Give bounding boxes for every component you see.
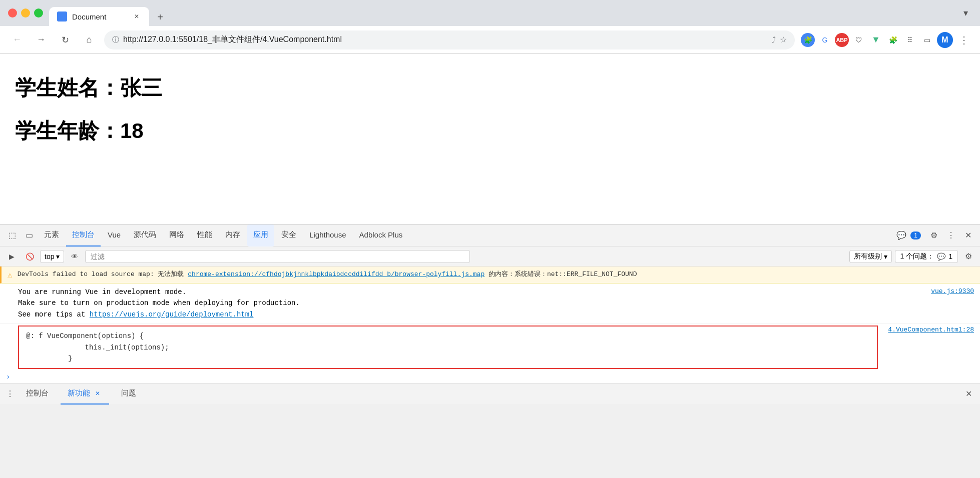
warning-text: DevTools failed to load source map: 无法加载… bbox=[18, 270, 974, 280]
extension-abp-icon[interactable]: ABP bbox=[835, 33, 849, 47]
title-bar: Document ✕ + ▾ bbox=[0, 0, 980, 26]
url-bar[interactable]: ⓘ http://127.0.0.1:5501/18_非单文件组件/4.VueC… bbox=[104, 30, 795, 50]
close-window-button[interactable] bbox=[8, 8, 17, 18]
devtools-bottom-bar: ⋮ 控制台 新功能 ✕ 问题 ✕ bbox=[0, 383, 980, 404]
address-bar: ← → ↻ ⌂ ⓘ http://127.0.0.1:5501/18_非单文件组… bbox=[0, 26, 980, 54]
devtools-tab-security[interactable]: 安全 bbox=[275, 224, 302, 246]
prompt-arrow-icon: › bbox=[6, 373, 10, 381]
url-info-icon: ⓘ bbox=[112, 36, 119, 44]
issues-badge[interactable]: 1 个问题： 💬 1 bbox=[895, 250, 958, 263]
console-error-row: @: f VueComponent(options) { this._init(… bbox=[0, 324, 980, 371]
extension-menu-icon[interactable]: ⠿ bbox=[903, 33, 917, 47]
new-tab-button[interactable]: + bbox=[151, 8, 169, 26]
filter-input[interactable] bbox=[85, 250, 469, 263]
devtools-inspect-button[interactable]: ⬚ bbox=[4, 228, 20, 244]
bottom-tab-close-button[interactable]: ✕ bbox=[93, 389, 102, 398]
minimize-window-button[interactable] bbox=[21, 8, 30, 18]
forward-button[interactable]: → bbox=[32, 31, 50, 49]
error-code-box: @: f VueComponent(options) { this._init(… bbox=[18, 326, 878, 369]
issues-msg-icon: 💬 bbox=[937, 252, 945, 260]
browser-tab-active[interactable]: Document ✕ bbox=[49, 7, 149, 26]
bottom-tab-new-features[interactable]: 新功能 ✕ bbox=[61, 384, 109, 404]
devtools-tab-application[interactable]: 应用 bbox=[247, 224, 274, 246]
devtools-tab-network[interactable]: 网络 bbox=[163, 224, 190, 246]
devtools-tab-adblock[interactable]: Adblock Plus bbox=[353, 224, 409, 246]
tab-favicon bbox=[57, 12, 67, 22]
title-bar-right: ▾ bbox=[959, 6, 972, 20]
extensions-area: 🧩 G ABP 🛡 ▼ 🧩 ⠿ ▭ M ⋮ bbox=[801, 32, 972, 48]
devtools-tab-console[interactable]: 控制台 bbox=[66, 224, 101, 246]
devtools-close-button[interactable]: ✕ bbox=[960, 228, 976, 244]
levels-dropdown[interactable]: 所有级别 ▾ bbox=[849, 250, 892, 263]
error-source-link[interactable]: 4.VueComponent.html:28 bbox=[888, 322, 974, 334]
refresh-button[interactable]: ↻ bbox=[56, 31, 74, 49]
devtools-panel: ⬚ ▭ 元素 控制台 Vue 源代码 网络 性能 内存 应用 安全 Lighth… bbox=[0, 224, 980, 404]
console-gear-button[interactable]: ⚙ bbox=[961, 249, 976, 264]
url-text: http://127.0.0.1:5501/18_非单文件组件/4.VueCom… bbox=[123, 34, 768, 45]
console-messages: ⚠ DevTools failed to load source map: 无法… bbox=[0, 266, 980, 383]
devtools-tab-lighthouse[interactable]: Lighthouse bbox=[303, 224, 352, 246]
console-play-button[interactable]: ▶ bbox=[4, 249, 19, 264]
devtools-settings-button[interactable]: ⚙ bbox=[926, 228, 942, 244]
browser-frame: Document ✕ + ▾ ← → ↻ ⌂ ⓘ http://127.0.0.… bbox=[0, 0, 980, 404]
console-prompt: › bbox=[0, 371, 980, 383]
extension-sidebar-icon[interactable]: ▭ bbox=[920, 33, 934, 47]
extension-puzzle2-icon[interactable]: 🧩 bbox=[886, 33, 900, 47]
maximize-window-button[interactable] bbox=[34, 8, 43, 18]
issues-label: 1 个问题： bbox=[900, 252, 934, 261]
vue-source-link[interactable]: vue.js:9330 bbox=[931, 286, 974, 297]
levels-arrow-icon: ▾ bbox=[884, 252, 887, 260]
devtools-tab-memory[interactable]: 内存 bbox=[219, 224, 246, 246]
console-block-button[interactable]: 🚫 bbox=[22, 249, 37, 264]
browser-menu-button[interactable]: ⋮ bbox=[956, 32, 972, 48]
devtools-device-button[interactable]: ▭ bbox=[21, 228, 37, 244]
devtools-tab-vue[interactable]: Vue bbox=[102, 224, 127, 246]
window-dropdown-button[interactable]: ▾ bbox=[959, 6, 972, 20]
levels-label: 所有级别 bbox=[854, 252, 882, 261]
console-bar: ▶ 🚫 top ▾ 👁 所有级别 ▾ 1 个问题： 💬 1 ⚙ bbox=[0, 246, 980, 266]
bottom-menu-icon[interactable]: ⋮ bbox=[6, 389, 14, 398]
dropdown-arrow-icon: ▾ bbox=[56, 252, 60, 260]
console-eye-button[interactable]: 👁 bbox=[67, 249, 82, 264]
bookmark-icon[interactable]: ☆ bbox=[780, 35, 787, 44]
devtools-message-button[interactable]: 💬 1 bbox=[892, 228, 925, 244]
issues-count: 1 bbox=[948, 252, 952, 260]
traffic-lights bbox=[8, 8, 43, 18]
context-dropdown[interactable]: top ▾ bbox=[40, 250, 64, 263]
bottom-tab-issues[interactable]: 问题 bbox=[114, 384, 143, 404]
extension-vue-icon[interactable]: ▼ bbox=[869, 33, 883, 47]
devtools-tab-performance[interactable]: 性能 bbox=[191, 224, 218, 246]
devtools-more-button[interactable]: ⋮ bbox=[943, 228, 959, 244]
devtools-tab-sources[interactable]: 源代码 bbox=[128, 224, 162, 246]
warning-icon: ⚠ bbox=[8, 270, 13, 280]
console-info-vue: vue.js:9330 You are running Vue in devel… bbox=[0, 284, 980, 324]
message-icon: 💬 bbox=[896, 230, 906, 240]
tabs-area: Document ✕ + bbox=[49, 0, 953, 26]
tab-close-button[interactable]: ✕ bbox=[132, 12, 141, 21]
student-age: 学生年龄：18 bbox=[15, 117, 965, 145]
deployment-link[interactable]: https://vuejs.org/guide/deployment.html bbox=[90, 310, 254, 318]
devtools-bottom-close-button[interactable]: ✕ bbox=[963, 387, 974, 400]
page-content: 学生姓名：张三 学生年龄：18 bbox=[0, 54, 980, 224]
devtools-tab-elements[interactable]: 元素 bbox=[38, 224, 65, 246]
context-label: top bbox=[45, 252, 54, 260]
devtools-toolbar: ⬚ ▭ 元素 控制台 Vue 源代码 网络 性能 内存 应用 安全 Lighth… bbox=[0, 224, 980, 246]
extension-puzzle-icon[interactable]: 🧩 bbox=[801, 33, 815, 47]
bottom-tab-console[interactable]: 控制台 bbox=[19, 384, 56, 404]
extension-shield-icon[interactable]: 🛡 bbox=[852, 33, 866, 47]
user-avatar[interactable]: M bbox=[937, 32, 953, 48]
extension-translate-icon[interactable]: G bbox=[818, 33, 832, 47]
tab-title: Document bbox=[72, 12, 127, 21]
console-warning-row: ⚠ DevTools failed to load source map: 无法… bbox=[0, 266, 980, 284]
share-icon[interactable]: ⤴ bbox=[772, 36, 776, 44]
back-button[interactable]: ← bbox=[8, 31, 26, 49]
message-badge: 1 bbox=[910, 232, 921, 240]
source-map-link[interactable]: chrome-extension://cfhdojbkjhnklbpkdaibd… bbox=[188, 270, 484, 278]
home-button[interactable]: ⌂ bbox=[80, 31, 98, 49]
student-name: 学生姓名：张三 bbox=[15, 74, 965, 102]
